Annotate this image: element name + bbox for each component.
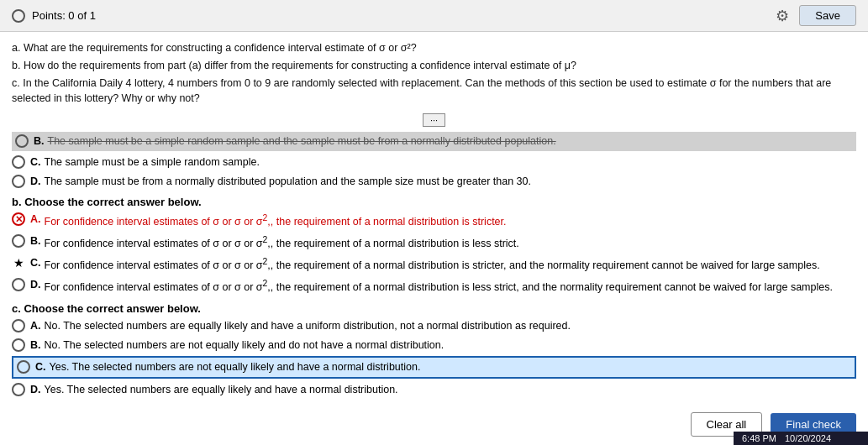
option-b-a-row[interactable]: ✕ A. For confidence interval estimates o… xyxy=(12,212,856,230)
points-label: Points: 0 of 1 xyxy=(32,9,96,22)
option-b-d-label: D. xyxy=(30,277,41,293)
radio-a-d-icon[interactable] xyxy=(12,175,25,188)
part-c-title: c. Choose the correct answer below. xyxy=(12,302,856,315)
option-b-b-label: B. xyxy=(30,233,41,249)
save-button[interactable]: Save xyxy=(799,5,856,26)
radio-b-c-star-icon: ★ xyxy=(12,256,25,270)
option-c-c-row[interactable]: C. Yes. The selected numbers are not equ… xyxy=(12,356,856,379)
points-circle-icon xyxy=(12,9,25,23)
top-bar: Points: 0 of 1 ⚙ Save xyxy=(0,0,868,32)
option-a-b-text: The sample must be a simple random sampl… xyxy=(48,134,854,149)
question-line-b: b. How do the requirements from part (a)… xyxy=(12,58,856,74)
taskbar-time: 6:48 PM xyxy=(742,433,776,443)
question-line-a: a. What are the requirements for constru… xyxy=(12,40,856,56)
main-content: a. What are the requirements for constru… xyxy=(0,32,868,445)
option-c-d-text: Yes. The selected numbers are equally li… xyxy=(45,382,857,398)
option-b-c-text: For confidence interval estimates of σ o… xyxy=(45,255,857,274)
option-b-d-text: For confidence interval estimates of σ o… xyxy=(45,277,857,296)
radio-b-d-icon[interactable] xyxy=(12,278,25,291)
gear-icon[interactable]: ⚙ xyxy=(776,7,789,25)
option-a-b-row: B. The sample must be a simple random sa… xyxy=(12,132,856,151)
option-c-a-text: No. The selected numbers are equally lik… xyxy=(45,318,857,334)
part-b-title: b. Choose the correct answer below. xyxy=(12,196,856,208)
option-c-b-text: No. The selected numbers are not equally… xyxy=(45,338,857,353)
option-b-c-row[interactable]: ★ C. For confidence interval estimates o… xyxy=(12,255,856,274)
radio-c-c-icon[interactable] xyxy=(17,360,30,374)
radio-b-b-icon[interactable] xyxy=(12,234,25,248)
radio-c-d-icon[interactable] xyxy=(12,383,25,396)
option-b-a-label: A. xyxy=(30,212,41,228)
option-a-c-row[interactable]: C. The sample must be a simple random sa… xyxy=(12,154,856,170)
option-c-d-row[interactable]: D. Yes. The selected numbers are equally… xyxy=(12,382,856,398)
option-a-b-label: B. xyxy=(34,134,45,149)
option-a-c-text: The sample must be a simple random sampl… xyxy=(45,154,857,170)
option-c-a-label: A. xyxy=(30,318,41,334)
radio-a-b-icon xyxy=(15,134,29,148)
option-a-d-text: The sample must be from a normally distr… xyxy=(45,174,857,190)
option-a-d-row[interactable]: D. The sample must be from a normally di… xyxy=(12,174,856,190)
question-line-c: c. In the California Daily 4 lottery, 4 … xyxy=(12,76,856,107)
option-a-d-label: D. xyxy=(30,174,41,190)
option-b-b-text: For confidence interval estimates of σ o… xyxy=(45,233,857,252)
option-c-d-label: D. xyxy=(30,382,41,398)
option-a-c-label: C. xyxy=(30,154,41,170)
radio-c-b-icon[interactable] xyxy=(12,338,25,352)
expand-button[interactable]: ··· xyxy=(423,113,445,127)
option-b-d-row[interactable]: D. For confidence interval estimates of … xyxy=(12,277,856,296)
option-c-b-label: B. xyxy=(30,338,41,353)
taskbar-date: 10/20/2024 xyxy=(785,433,831,443)
option-c-c-text: Yes. The selected numbers are not equall… xyxy=(50,359,852,375)
points-area: Points: 0 of 1 xyxy=(12,9,96,23)
option-b-b-row[interactable]: B. For confidence interval estimates of … xyxy=(12,233,856,252)
option-b-a-text: For confidence interval estimates of σ o… xyxy=(45,212,857,230)
radio-a-c-icon[interactable] xyxy=(12,155,25,169)
radio-c-a-icon[interactable] xyxy=(12,319,25,332)
option-b-c-label: C. xyxy=(30,255,41,271)
option-c-b-row[interactable]: B. No. The selected numbers are not equa… xyxy=(12,338,856,353)
taskbar: 6:48 PM 10/20/2024 xyxy=(734,432,868,445)
option-c-c-label: C. xyxy=(35,359,46,375)
radio-b-a-wrong-icon: ✕ xyxy=(12,212,25,226)
question-header: a. What are the requirements for constru… xyxy=(12,40,856,107)
option-c-a-row[interactable]: A. No. The selected numbers are equally … xyxy=(12,318,856,334)
